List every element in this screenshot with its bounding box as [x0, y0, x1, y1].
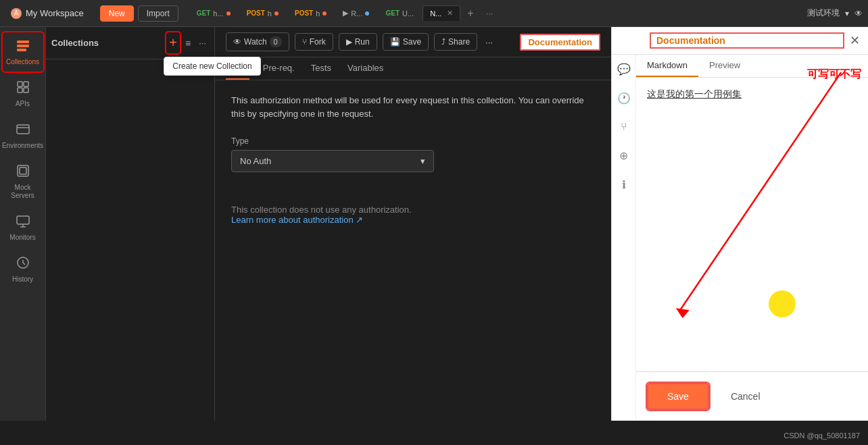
tab-variables[interactable]: Variables — [345, 57, 386, 80]
more-actions: ··· — [485, 37, 493, 47]
type-label: Type — [231, 136, 595, 146]
doc-comment-icon[interactable]: 💬 — [614, 60, 633, 78]
apis-label: APIs — [16, 100, 30, 108]
environment-selector[interactable]: 测试环境 ▾ 👁 — [807, 7, 863, 19]
save-button[interactable]: 💾 Save — [383, 33, 429, 51]
documentation-panel: 可写可不写 Documentation ✕ 💬 🕐 ⑂ ⊕ ℹ — [611, 27, 868, 421]
environments-icon — [16, 122, 30, 140]
doc-cancel-button[interactable]: Cancel — [717, 384, 774, 409]
doc-branch-icon[interactable]: ⑂ — [618, 118, 630, 136]
svg-rect-4 — [24, 82, 28, 86]
learn-more-link[interactable]: Learn more about authorization ↗ — [231, 215, 363, 225]
sidebar: Collections APIs Environments — [0, 27, 46, 421]
doc-merge-icon[interactable]: ⊕ — [617, 147, 631, 165]
filter-button[interactable]: ≡ — [183, 35, 193, 51]
workspace-title: My Workspace — [26, 8, 84, 18]
main-layout: Collections APIs Environments — [0, 27, 868, 421]
tab-get-2[interactable]: GET U... — [378, 6, 421, 21]
tooltip-text: Create new Collection — [172, 61, 251, 71]
doc-content-text: 这是我的第一个用例集 — [647, 88, 742, 99]
collections-label: Collections — [6, 58, 39, 66]
content-tabs: Auth Pre-req. Tests Variables — [215, 57, 611, 80]
doc-history-icon[interactable]: 🕐 — [614, 89, 633, 107]
workspace-avatar: A — [11, 8, 22, 19]
type-value: No Auth — [240, 156, 271, 166]
sidebar-item-mock-servers[interactable]: Mock Servers — [3, 158, 43, 205]
run-label: Run — [355, 37, 370, 47]
watermark: CSDN @qq_50801187 — [783, 431, 860, 440]
tab-preview-label: Preview — [709, 60, 740, 70]
tab-label: U... — [402, 9, 414, 18]
tab-markdown[interactable]: Markdown — [636, 55, 698, 77]
save-label: Save — [403, 37, 421, 47]
eye-icon[interactable]: 👁 — [854, 9, 863, 18]
close-icon[interactable]: ✕ — [447, 9, 453, 18]
svg-rect-10 — [20, 167, 26, 174]
tab-tests-label: Tests — [311, 63, 331, 73]
watch-count: 0 — [270, 36, 282, 47]
env-label: 测试环境 — [807, 7, 840, 19]
doc-editor-area: 这是我的第一个用例集 — [636, 78, 868, 371]
tab-get-1[interactable]: GET h... — [189, 6, 238, 21]
content-body: This authorization method will be used f… — [215, 80, 611, 421]
request-tabs: GET h... POST h POST h ▶ R... GET U... N… — [189, 1, 863, 26]
doc-close-button[interactable]: ✕ — [850, 33, 860, 48]
svg-rect-5 — [18, 88, 22, 93]
collections-list — [46, 59, 214, 421]
add-collection-button[interactable]: + — [166, 32, 180, 53]
share-button[interactable]: ⤴ Share — [434, 33, 477, 51]
more-options-button[interactable]: ··· — [196, 35, 209, 51]
doc-panel-header: Documentation ✕ — [612, 27, 868, 55]
tab-dot — [226, 11, 231, 16]
method-label: POST — [295, 9, 313, 17]
mock-servers-label: Mock Servers — [5, 184, 41, 200]
sidebar-item-apis[interactable]: APIs — [3, 74, 43, 113]
svg-rect-2 — [17, 49, 26, 51]
tab-label: h — [268, 9, 272, 18]
sidebar-item-environments[interactable]: Environments — [3, 116, 43, 155]
method-label: GET — [197, 9, 211, 17]
doc-tab-badge[interactable]: Documentation — [520, 37, 600, 47]
tab-label: h... — [213, 9, 223, 18]
add-collection-container: + Create new Collection — [166, 32, 180, 53]
more-tabs-button[interactable]: ··· — [481, 5, 499, 21]
doc-info-icon[interactable]: ℹ — [619, 176, 629, 194]
monitors-icon — [16, 213, 30, 232]
method-label: ▶ — [343, 9, 348, 18]
run-button[interactable]: ▶ Run — [339, 33, 377, 51]
sidebar-item-collections[interactable]: Collections — [3, 32, 43, 72]
tab-tests[interactable]: Tests — [308, 57, 334, 80]
tab-preview[interactable]: Preview — [698, 55, 751, 77]
workspace-selector[interactable]: A My Workspace — [5, 5, 89, 22]
auth-description: This authorization method will be used f… — [231, 94, 595, 120]
doc-text: 这是我的第一个用例集 — [647, 88, 857, 101]
method-label: POST — [247, 9, 265, 17]
tab-active[interactable]: N... ✕ — [423, 5, 460, 21]
sidebar-item-monitors[interactable]: Monitors — [3, 208, 43, 247]
tab-variables-label: Variables — [347, 63, 383, 73]
watch-button[interactable]: 👁 Watch 0 — [226, 32, 289, 51]
tab-post-2[interactable]: POST h — [287, 6, 334, 21]
env-chevron-icon: ▾ — [845, 9, 849, 18]
type-section: Type No Auth ▾ — [231, 136, 595, 172]
sidebar-item-history[interactable]: History — [3, 250, 43, 289]
collections-panel: Collections + Create new Collection ≡ ··… — [46, 27, 215, 421]
monitors-label: Monitors — [9, 234, 35, 242]
watch-label: Watch — [244, 37, 267, 47]
doc-save-button[interactable]: Save — [647, 383, 709, 410]
fork-button[interactable]: ⑂ Fork — [295, 33, 333, 51]
import-button[interactable]: Import — [138, 5, 178, 22]
add-tab-button[interactable]: + — [462, 5, 479, 22]
run-icon: ▶ — [346, 37, 352, 47]
tab-prereq[interactable]: Pre-req. — [260, 57, 297, 80]
new-button[interactable]: New — [100, 5, 134, 22]
content-toolbar: 👁 Watch 0 ⑂ Fork ▶ Run 💾 Save ⤴ Share ··… — [215, 27, 611, 57]
tab-post-1[interactable]: POST h — [239, 6, 286, 21]
svg-rect-0 — [17, 41, 29, 43]
panel-title: Collections — [51, 38, 164, 48]
tab-markdown-label: Markdown — [647, 60, 688, 70]
tab-run[interactable]: ▶ R... — [335, 5, 377, 21]
panel-header: Collections + Create new Collection ≡ ··… — [46, 27, 214, 59]
type-select[interactable]: No Auth ▾ — [231, 150, 434, 172]
svg-rect-6 — [24, 88, 28, 93]
